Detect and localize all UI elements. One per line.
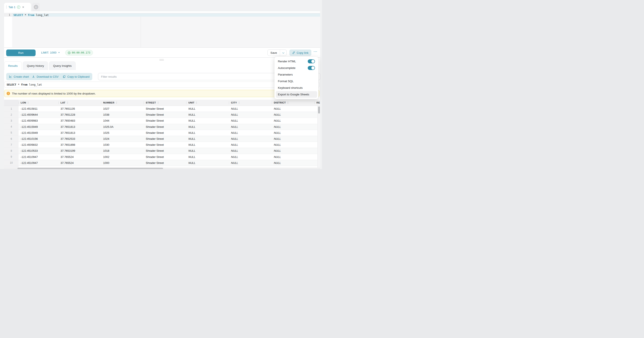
table-cell[interactable]: -122.4510947 [18,160,58,166]
table-cell[interactable]: -122.4509832 [18,142,58,148]
table-cell[interactable]: NULL [186,130,229,136]
table-cell[interactable]: NULL [229,136,272,142]
vertical-scrollbar[interactable] [317,106,320,169]
limit-dropdown[interactable]: LIMIT: 1000 ▼ [41,51,60,54]
table-cell[interactable]: NULL [229,118,272,123]
table-cell[interactable]: 37.7650483 [58,118,101,123]
table-cell[interactable] [314,166,317,167]
table-cell[interactable]: NULL [272,160,314,166]
table-cell[interactable]: NULL [186,106,229,112]
save-button[interactable]: Save [268,50,280,56]
table-cell[interactable]: NULL [272,154,314,160]
panel-resize-handle[interactable] [160,59,164,61]
table-cell[interactable]: -122.4509644 [18,112,58,118]
table-cell[interactable]: NULL [229,130,272,136]
table-cell[interactable]: Shrader Street [144,118,186,123]
table-cell[interactable]: NULL [186,118,229,123]
table-cell[interactable]: -122.4510533 [18,148,58,154]
copy-to-clipboard-button[interactable]: Copy to Clipboard [60,73,92,80]
table-cell[interactable]: 37.765524 [58,154,101,160]
menu-item-export-to-google-sheets[interactable]: Export to Google Sheets [276,91,317,98]
sort-icon[interactable] [27,101,29,104]
table-cell[interactable]: Shrader Street [144,124,186,130]
table-cell[interactable]: Shrader Street [144,154,186,160]
table-cell[interactable]: Shrader Street [144,106,186,112]
table-cell[interactable] [314,142,317,148]
column-header-unit[interactable]: UNIT [186,100,229,106]
table-cell[interactable]: 1044 [101,118,144,123]
toggle-switch[interactable] [308,66,315,70]
table-cell[interactable]: 37.7654555 [58,166,101,167]
column-header-district[interactable]: DISTRICT [272,100,314,106]
table-cell[interactable]: 37.7653199 [58,148,101,154]
table-cell[interactable]: Shrader Street [144,142,186,148]
sort-icon[interactable] [196,101,197,104]
table-cell[interactable]: NULL [272,124,314,130]
column-header-re[interactable]: RE [314,100,320,106]
table-cell[interactable] [314,106,317,112]
drag-grip-icon[interactable] [6,6,7,9]
toggle-switch[interactable] [308,59,315,63]
table-cell[interactable]: -122.4515811 [18,106,58,112]
tab-query-history[interactable]: Query history [23,61,48,70]
download-to-csv-button[interactable]: Download to CSV [29,73,61,80]
sort-icon[interactable] [67,101,68,104]
table-cell[interactable] [314,154,317,160]
table-cell[interactable]: -122.4510156 [18,136,58,142]
table-cell[interactable]: NULL [186,136,229,142]
table-cell[interactable]: NULL [229,148,272,154]
close-tab-icon[interactable]: ✕ [22,6,24,9]
table-cell[interactable]: 37.765524 [58,160,101,166]
table-cell[interactable]: 37.7651228 [58,112,101,118]
more-options-button[interactable]: ⋯ [314,49,317,54]
tab-results[interactable]: Results [4,61,22,70]
code-line-1[interactable]: SELECT * from long_lat [14,14,49,17]
tab-query-insights[interactable]: Query Insights [49,61,76,70]
vertical-scrollbar-thumb[interactable] [318,106,320,113]
table-cell[interactable]: 37.7651813 [58,124,101,130]
menu-item-autocomplete[interactable]: Autocomplete [276,65,317,71]
table-cell[interactable]: -122.4515949 [18,124,58,130]
table-cell[interactable]: NULL [229,106,272,112]
table-cell[interactable]: Shrader Street [144,136,186,142]
column-header-city[interactable]: CITY [229,100,272,106]
table-cell[interactable]: -122.4510902 [18,166,58,167]
menu-item-keyboard-shortcuts[interactable]: Keyboard shortcuts [276,85,317,91]
table-cell[interactable]: -122.4510947 [18,154,58,160]
table-cell[interactable]: -122.4515949 [18,130,58,136]
table-cell[interactable]: NULL [272,136,314,142]
sort-icon[interactable] [287,101,289,104]
table-cell[interactable]: NULL [272,118,314,123]
table-cell[interactable]: 37.7651813 [58,130,101,136]
table-cell[interactable] [314,160,317,166]
table-cell[interactable]: 1030 [101,142,144,148]
copy-link-button[interactable]: Copy link [290,50,311,56]
table-cell[interactable]: 1025.0A [101,124,144,130]
table-cell[interactable]: NULL [186,148,229,154]
table-cell[interactable]: 37.7652533 [58,136,101,142]
new-tab-button[interactable]: + [32,3,40,11]
table-cell[interactable]: 1025 [101,130,144,136]
horizontal-scrollbar[interactable] [4,167,320,169]
sort-icon[interactable] [238,101,240,104]
table-cell[interactable]: NULL [186,124,229,130]
table-cell[interactable]: NULL [186,154,229,160]
column-header-number[interactable]: NUMBER [101,100,144,106]
table-cell[interactable]: NULL [229,112,272,118]
menu-item-format-sql[interactable]: Format SQL [276,78,317,85]
menu-item-render-html[interactable]: Render HTML [276,58,317,65]
table-cell[interactable]: Shrader Street [144,160,186,166]
table-cell[interactable] [314,118,317,123]
table-cell[interactable]: -122.4509983 [18,118,58,123]
save-options-button[interactable] [280,50,286,56]
table-cell[interactable]: NULL [229,124,272,130]
table-cell[interactable]: NULL [272,112,314,118]
sort-icon[interactable] [157,101,159,104]
table-cell[interactable]: NULL [272,142,314,148]
table-cell[interactable]: 1002 [101,154,144,160]
table-cell[interactable]: NULL [186,160,229,166]
table-cell[interactable]: NULL [229,160,272,166]
table-cell[interactable]: Shrader Street [144,148,186,154]
table-cell[interactable] [314,112,317,118]
table-cell[interactable]: NULL [272,130,314,136]
